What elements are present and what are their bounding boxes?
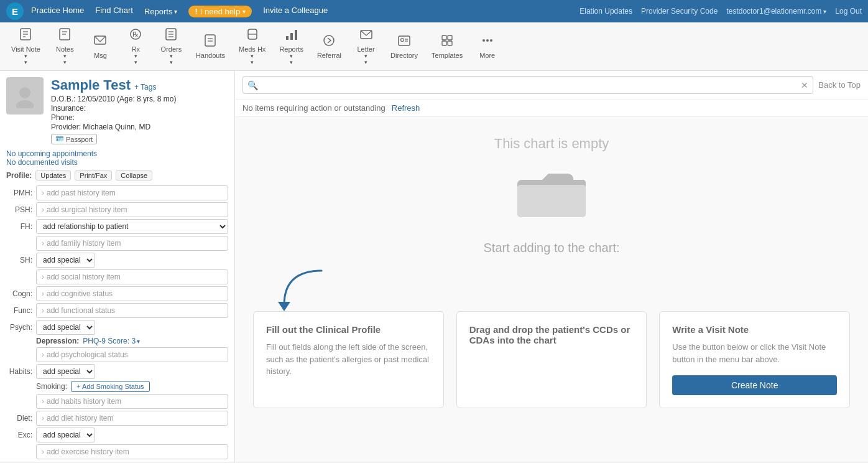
visit-note-card: Write a Visit Note Use the button below … — [659, 311, 850, 408]
svg-point-34 — [490, 39, 492, 42]
directory-label: Directory — [390, 52, 418, 59]
left-sidebar: Sample Test + Tags D.O.B.: 12/05/2010 (A… — [0, 71, 235, 462]
logout-link[interactable]: Log Out — [835, 7, 862, 16]
toolbar-directory[interactable]: Directory — [384, 31, 424, 62]
habits-content: add special Smoking: + Add Smoking Statu… — [36, 364, 228, 409]
patient-info: Sample Test + Tags D.O.B.: 12/05/2010 (A… — [51, 77, 176, 144]
passport-button[interactable]: 🪪 Passport — [51, 134, 97, 144]
toolbar-templates[interactable]: Templates — [425, 31, 469, 62]
toolbar-meds-hx[interactable]: Meds Hx ▾ — [233, 25, 272, 68]
patient-name: Sample Test — [51, 77, 131, 93]
add-psych-button[interactable]: add psychological status — [36, 347, 228, 362]
search-input[interactable] — [242, 76, 813, 94]
nav-find-chart[interactable]: Find Chart — [95, 6, 133, 17]
avatar — [6, 77, 44, 115]
psych-special-select[interactable]: add special — [36, 320, 95, 335]
provider-security-link[interactable]: Provider Security Code — [641, 7, 718, 16]
cogn-content: add cognitive status — [36, 286, 228, 301]
collapse-button[interactable]: Collapse — [116, 171, 152, 180]
add-func-button[interactable]: add functional status — [36, 303, 228, 318]
visit-note-dropdown-icon: ▾ — [24, 53, 27, 59]
toolbar-more[interactable]: More — [470, 31, 504, 62]
add-exc-button[interactable]: add exercise history item — [36, 444, 228, 459]
toolbar-orders[interactable]: Orders ▾ — [154, 25, 188, 68]
help-btn[interactable]: ! I need help ▾ — [188, 6, 252, 17]
svg-rect-38 — [517, 185, 586, 217]
patient-tags[interactable]: + Tags — [134, 83, 156, 91]
refresh-button[interactable]: Refresh — [392, 103, 420, 113]
create-note-button[interactable]: Create Note — [672, 375, 837, 395]
habits-special-select[interactable]: add special — [36, 364, 95, 379]
directory-icon — [397, 34, 411, 50]
orders-dropdown-icon: ▾ — [170, 53, 173, 59]
svg-text:℞: ℞ — [132, 30, 139, 38]
letter-dropdown-icon: ▾ — [364, 53, 367, 59]
updates-button[interactable]: Updates — [35, 171, 71, 180]
user-account-link[interactable]: testdoctor1@elationemr.com ▾ — [726, 7, 826, 16]
toolbar-visit-note[interactable]: Visit Note ▾ — [5, 25, 47, 68]
no-appt-link[interactable]: No upcoming appointments — [6, 149, 228, 158]
status-bar: No items requiring action or outstanding… — [235, 100, 868, 117]
status-text: No items requiring action or outstanding — [242, 103, 386, 113]
habits-label: Habits: — [6, 364, 32, 376]
add-smoking-button[interactable]: + Add Smoking Status — [71, 381, 150, 392]
sh-special-select[interactable]: add special — [36, 253, 95, 268]
add-habits-button[interactable]: add habits history item — [36, 394, 228, 409]
smoking-row: Smoking: + Add Smoking Status — [36, 381, 228, 392]
add-psh-button[interactable]: add surgical history item — [36, 202, 228, 217]
fh-label: FH: — [6, 219, 32, 231]
toolbar: Visit Note ▾Notes ▾Msg℞Rx ▾Orders ▾Hando… — [0, 22, 868, 71]
patient-header: Sample Test + Tags D.O.B.: 12/05/2010 (A… — [6, 77, 228, 144]
rx-label: Rx — [132, 45, 140, 53]
toolbar-notes[interactable]: Notes ▾ — [48, 25, 82, 68]
help-dropdown-icon: ▾ — [242, 8, 246, 15]
nav-reports[interactable]: Reports ▾ — [144, 6, 178, 17]
reports-icon — [285, 27, 298, 44]
handouts-label: Handouts — [196, 52, 225, 59]
svg-rect-21 — [295, 30, 297, 40]
phq-score[interactable]: PHQ-9 Score: 3 ▾ — [83, 337, 140, 345]
exc-label: Exc: — [6, 428, 32, 439]
sh-content: add special add social history item — [36, 253, 228, 284]
add-pmh-button[interactable]: add past history item — [36, 185, 228, 200]
toolbar-msg[interactable]: Msg — [83, 31, 118, 62]
add-sh-button[interactable]: add social history item — [36, 269, 228, 284]
toolbar-reports[interactable]: Reports ▾ — [273, 25, 310, 68]
exc-special-select[interactable]: add special — [36, 428, 95, 442]
add-cogn-button[interactable]: add cognitive status — [36, 286, 228, 301]
toolbar-referral[interactable]: Referral — [311, 31, 348, 62]
toolbar-letter[interactable]: Letter ▾ — [349, 25, 383, 68]
svg-rect-14 — [205, 35, 215, 46]
fh-relationship-select[interactable]: add relationship to patient — [36, 219, 228, 234]
search-clear-icon[interactable]: ✕ — [801, 80, 808, 90]
letter-icon — [359, 27, 373, 44]
top-navigation: E Practice Home Find Chart Reports ▾ ! I… — [0, 0, 868, 22]
toolbar-rx[interactable]: ℞Rx ▾ — [119, 25, 153, 68]
psh-content: add surgical history item — [36, 202, 228, 217]
no-visits-link[interactable]: No documented visits — [6, 158, 228, 167]
clinical-profile-section: PMH: add past history item PSH: add surg… — [6, 185, 228, 459]
nav-practice-home[interactable]: Practice Home — [31, 6, 84, 17]
rx-dropdown-icon: ▾ — [134, 53, 137, 59]
visit-note-card-title: Write a Visit Note — [672, 324, 837, 335]
add-diet-button[interactable]: add diet history item — [36, 411, 228, 426]
psych-content: add special Depression: PHQ-9 Score: 3 ▾… — [36, 320, 228, 362]
profile-label: Profile: — [6, 171, 32, 180]
notes-dropdown-icon: ▾ — [63, 53, 67, 59]
patient-insurance: Insurance: — [51, 104, 176, 113]
elation-updates-link[interactable]: Elation Updates — [579, 7, 632, 16]
psych-row: Psych: add special Depression: PHQ-9 Sco… — [6, 320, 228, 362]
empty-chart-title: This chart is empty — [494, 136, 609, 152]
meds-hx-label: Meds Hx — [239, 45, 265, 53]
cogn-label: Cogn: — [6, 286, 32, 298]
add-fh-button[interactable]: add family history item — [36, 236, 228, 251]
back-to-top-link[interactable]: Back to Top — [818, 80, 861, 90]
toolbar-handouts[interactable]: Handouts — [190, 31, 231, 62]
visit-note-icon — [19, 27, 32, 44]
patient-dob: D.O.B.: 12/05/2010 (Age: 8 yrs, 8 mo) — [51, 95, 176, 103]
func-label: Func: — [6, 303, 32, 315]
nav-invite[interactable]: Invite a Colleague — [263, 6, 328, 17]
patient-details: D.O.B.: 12/05/2010 (Age: 8 yrs, 8 mo) In… — [51, 95, 176, 131]
print-fax-button[interactable]: Print/Fax — [75, 171, 112, 180]
reports-dropdown-icon: ▾ — [290, 53, 293, 59]
